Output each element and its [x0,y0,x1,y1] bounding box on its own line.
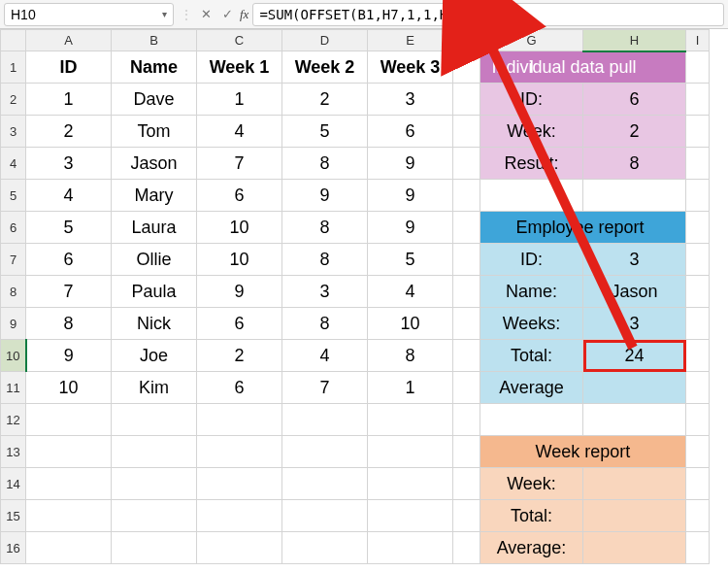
panel-header[interactable]: Week report [583,436,686,468]
col-header-e[interactable]: E [368,30,453,51]
row-header[interactable]: 8 [1,276,26,308]
spreadsheet-grid[interactable]: A B C D E F G H I 1 ID Name Week 1 Week … [0,29,710,564]
cell[interactable]: 3 [583,308,686,340]
cell[interactable]: 1 [368,372,453,404]
row-header[interactable]: 5 [1,180,26,212]
cell[interactable] [282,500,368,532]
cell[interactable]: Week 2 [282,51,368,84]
panel-header[interactable]: Employee report [583,212,686,244]
cell[interactable] [197,532,282,564]
row-header[interactable]: 6 [1,212,26,244]
cell[interactable] [453,308,480,340]
cell[interactable] [686,532,710,564]
row-header[interactable]: 2 [1,84,26,116]
cell[interactable] [686,244,710,276]
cell[interactable]: 4 [26,180,112,212]
selected-cell[interactable]: 24 [583,340,686,372]
cell[interactable]: 10 [197,212,282,244]
cell[interactable]: 2 [26,116,112,148]
cell[interactable]: 2 [197,340,282,372]
cell[interactable]: 6 [368,116,453,148]
row-header[interactable]: 15 [1,500,26,532]
cell[interactable] [453,532,480,564]
cell[interactable] [112,468,197,500]
cell[interactable] [26,500,112,532]
cell[interactable] [453,148,480,180]
row-header[interactable]: 3 [1,116,26,148]
cell[interactable]: Dave [112,84,197,116]
cell[interactable]: 8 [583,148,686,180]
cell[interactable]: 6 [197,308,282,340]
cell[interactable] [282,468,368,500]
cell[interactable]: Jason [583,276,686,308]
cell[interactable]: 3 [26,148,112,180]
cell[interactable]: Paula [112,276,197,308]
cell[interactable]: Total: [480,500,583,532]
row-header[interactable]: 10 [1,340,26,372]
cell[interactable] [453,212,480,244]
chevron-down-icon[interactable]: ▾ [162,9,167,19]
cell[interactable]: Week 3 [368,51,453,84]
cell[interactable] [480,404,583,436]
cell[interactable] [686,340,710,372]
cell[interactable] [453,51,480,84]
cell[interactable] [112,532,197,564]
cell[interactable] [453,436,480,468]
cell[interactable] [453,500,480,532]
cell[interactable] [368,468,453,500]
cell[interactable]: 3 [282,276,368,308]
cell[interactable]: 6 [197,180,282,212]
cell[interactable] [583,404,686,436]
cell[interactable] [26,404,112,436]
cell[interactable] [480,180,583,212]
cell[interactable]: Weeks: [480,308,583,340]
cell[interactable]: 6 [197,372,282,404]
cell[interactable] [686,84,710,116]
cell[interactable] [197,436,282,468]
col-header-d[interactable]: D [282,30,368,51]
cell[interactable] [686,51,710,84]
panel-header[interactable]: Individual data pull [583,51,686,84]
confirm-icon[interactable]: ✓ [216,7,238,21]
cell[interactable]: 4 [368,276,453,308]
cell[interactable]: 9 [368,180,453,212]
cell[interactable]: 5 [282,116,368,148]
row-header[interactable]: 11 [1,372,26,404]
row-header[interactable]: 12 [1,404,26,436]
cell[interactable]: Average [480,372,583,404]
row-header[interactable]: 16 [1,532,26,564]
cell[interactable] [453,84,480,116]
cell[interactable]: Week: [480,468,583,500]
cell[interactable]: 8 [368,340,453,372]
cell[interactable] [112,500,197,532]
cell[interactable] [686,148,710,180]
cell[interactable] [453,116,480,148]
col-header-h[interactable]: H [583,30,686,51]
cell[interactable]: ID [26,51,112,84]
row-header[interactable]: 1 [1,51,26,84]
cell[interactable]: Average: [480,532,583,564]
cell[interactable]: 9 [197,276,282,308]
cell[interactable] [686,276,710,308]
cell[interactable]: 3 [368,84,453,116]
cell[interactable]: 10 [368,308,453,340]
cell[interactable] [583,372,686,404]
cell[interactable] [453,340,480,372]
cell[interactable] [112,404,197,436]
cell[interactable] [583,532,686,564]
cell[interactable] [368,436,453,468]
cell[interactable] [112,436,197,468]
cell[interactable]: 8 [282,148,368,180]
cell[interactable] [368,532,453,564]
cell[interactable]: 10 [26,372,112,404]
col-header-b[interactable]: B [112,30,197,51]
cell[interactable] [583,468,686,500]
cell[interactable] [583,500,686,532]
col-header-i[interactable]: I [686,30,710,51]
cell[interactable] [686,500,710,532]
cell[interactable] [583,180,686,212]
col-header-f[interactable]: F [453,30,480,51]
cell[interactable] [686,180,710,212]
name-box[interactable]: H10 ▾ [4,3,174,26]
cell[interactable] [26,532,112,564]
